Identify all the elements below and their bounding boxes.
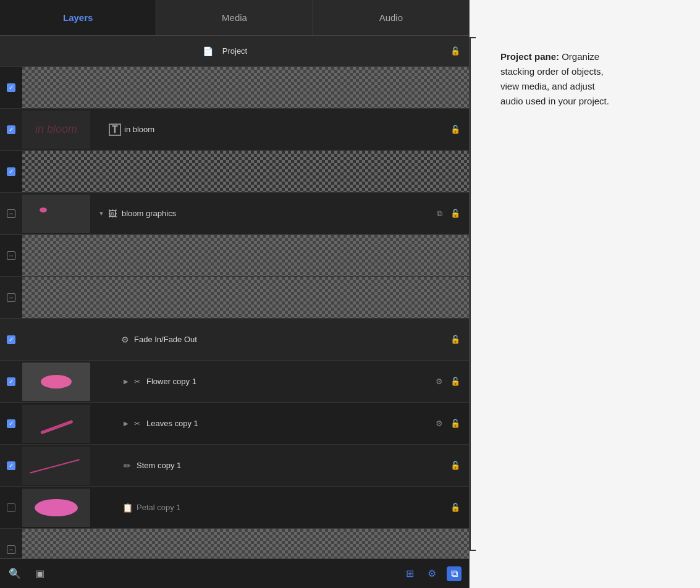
visibility-checkbox[interactable]	[7, 419, 15, 428]
lock-icon[interactable]: 🔓	[449, 502, 462, 514]
layer-name: bloom graphics	[122, 209, 176, 218]
expand-arrow[interactable]: ▶	[121, 377, 131, 387]
layer-row-bloom-graphics[interactable]: ▼ 🖼 bloom graphics ⧉ 🔓	[0, 193, 469, 235]
visibility-checkbox[interactable]	[7, 209, 15, 218]
layer-row-leaves-copy1[interactable]: ▶ ✂ Leaves copy 1 ⚙ 🔓	[0, 403, 469, 445]
visibility-checkbox[interactable]	[7, 503, 15, 512]
layer-thumbnail	[22, 529, 469, 558]
layer-icon: 📋	[121, 502, 133, 514]
lock-icon[interactable]: 🔓	[449, 45, 462, 57]
visibility-checkbox[interactable]	[7, 293, 15, 302]
project-label: Project	[222, 46, 247, 56]
lock-icon[interactable]: 🔓	[449, 124, 462, 136]
layer-list: 📄 Project 🔓 ▼ 🖼 text ⧉ 🔓	[0, 36, 469, 558]
tab-audio-label: Audio	[379, 12, 403, 23]
lock-icon[interactable]: 🔓	[449, 376, 462, 388]
bracket-top	[470, 37, 476, 38]
settings-icon[interactable]: ⚙	[433, 376, 445, 388]
layer-thumbnail	[22, 277, 469, 318]
document-icon: 📄	[202, 45, 214, 57]
layer-thumbnail	[22, 151, 469, 192]
search-icon[interactable]: 🔍	[7, 566, 22, 581]
layer-name: Leaves copy 1	[146, 419, 198, 428]
layer-row-bloom-right[interactable]: ▶ 📋 bloom - right ≡🔓	[0, 529, 469, 558]
layer-thumbnail	[22, 405, 90, 443]
visibility-checkbox[interactable]	[7, 125, 15, 134]
layer-name: Fade In/Fade Out	[134, 335, 197, 344]
visibility-checkbox[interactable]	[7, 377, 15, 386]
layer-row-bloom-center[interactable]: ▼ 📋 bloom - center ⚙ ≡🔓	[0, 277, 469, 319]
layers-panel: Layers Media Audio 📄 Project 🔓	[0, 0, 470, 588]
layer-row-project[interactable]: 📄 Project 🔓	[0, 36, 469, 67]
layer-name: Flower copy 1	[146, 377, 196, 386]
layer-name: in bloom	[124, 125, 154, 134]
annotation-title: Project pane:	[500, 51, 559, 62]
layout-icon[interactable]: ▣	[32, 566, 47, 581]
annotation-panel: Project pane: Organizestacking order of …	[470, 0, 700, 588]
lock-icon[interactable]: 🔓	[449, 418, 462, 430]
layer-thumbnail	[22, 363, 90, 401]
layer-row-800pm[interactable]: T 8:00 p.m. tonight 🔓	[0, 151, 469, 193]
layer-thumbnail	[22, 195, 90, 233]
tab-media-label: Media	[222, 12, 247, 23]
pen-icon: ✏	[121, 460, 133, 472]
bracket-bottom	[470, 550, 476, 551]
settings-icon[interactable]: ⚙	[424, 566, 439, 581]
tab-audio[interactable]: Audio	[313, 0, 469, 35]
layer-thumbnail	[22, 235, 469, 276]
layer-name: Stem copy 1	[137, 461, 181, 470]
behavior-icon: ✂	[131, 418, 143, 430]
text-icon: T	[109, 124, 121, 136]
lock-icon[interactable]: 🔓	[449, 334, 462, 346]
grid-view-icon[interactable]: ⊞	[402, 566, 417, 581]
lock-icon[interactable]: 🔓	[449, 460, 462, 472]
visibility-checkbox[interactable]	[7, 461, 15, 470]
settings-icon[interactable]: ⚙	[433, 418, 445, 430]
layer-row-petal-copy1[interactable]: 📋 Petal copy 1 🔓	[0, 487, 469, 529]
tab-bar: Layers Media Audio	[0, 0, 469, 36]
layer-row-flower-copy1[interactable]: ▶ ✂ Flower copy 1 ⚙ 🔓	[0, 361, 469, 403]
lock-icon[interactable]: 🔓	[449, 208, 462, 220]
visibility-checkbox[interactable]	[7, 251, 15, 260]
bracket-line	[470, 37, 471, 551]
layer-thumbnail	[22, 67, 469, 108]
layer-thumbnail: in bloom	[22, 111, 90, 149]
layer-row-in-bloom[interactable]: in bloom T in bloom 🔓	[0, 109, 469, 151]
visibility-checkbox[interactable]	[7, 83, 15, 92]
expand-arrow[interactable]: ▶	[121, 419, 131, 429]
layers-view-icon[interactable]: ⧉	[447, 566, 462, 581]
layer-row-bloom-left[interactable]: ▶ 📋 bloom - left ⊞ ≡🔓	[0, 235, 469, 277]
tab-media[interactable]: Media	[156, 0, 313, 35]
annotation-text: Project pane: Organizestacking order of …	[500, 49, 681, 109]
visibility-checkbox[interactable]	[7, 545, 15, 554]
layer-row-stem-copy1[interactable]: ✏ Stem copy 1 🔓	[0, 445, 469, 487]
expand-arrow[interactable]: ▼	[96, 209, 106, 219]
layer-thumbnail	[22, 489, 90, 527]
visibility-checkbox[interactable]	[7, 167, 15, 176]
behavior-icon: ✂	[131, 376, 143, 388]
tab-layers-label: Layers	[63, 12, 93, 23]
multi-icon: ⧉	[433, 208, 445, 220]
layer-row-text-group[interactable]: ▼ 🖼 text ⧉ 🔓	[0, 67, 469, 109]
layer-row-fade[interactable]: ⚙ Fade In/Fade Out 🔓	[0, 319, 469, 361]
tab-layers[interactable]: Layers	[0, 0, 156, 35]
layer-thumbnail	[22, 447, 90, 485]
layer-name: Petal copy 1	[137, 503, 181, 512]
group-icon: 🖼	[106, 208, 119, 220]
effect-icon: ⚙	[119, 334, 131, 346]
visibility-checkbox[interactable]	[7, 335, 15, 344]
bottom-toolbar: 🔍 ▣ ⊞ ⚙ ⧉	[0, 558, 469, 588]
